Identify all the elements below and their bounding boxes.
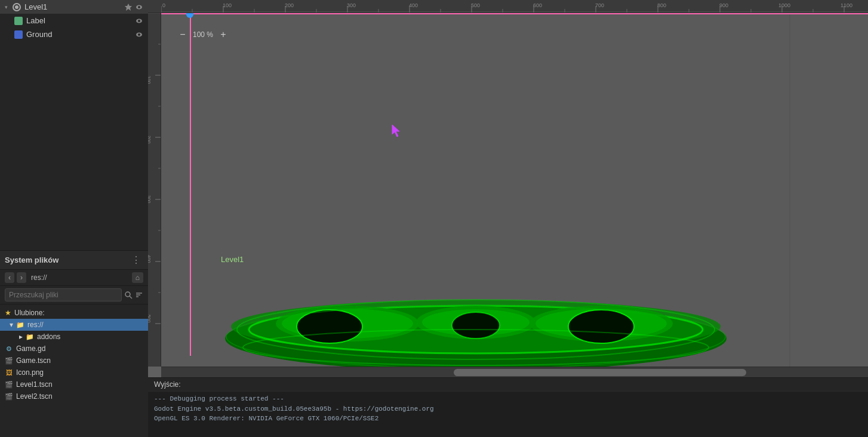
output-line-3: OpenGL ES 3.0 Renderer: NVIDIA GeForce G… [154, 414, 862, 424]
svg-line-7 [130, 296, 132, 298]
mouse-cursor [391, 124, 403, 138]
playhead-dot[interactable] [186, 13, 193, 18]
playhead-line [190, 13, 191, 356]
collapse-arrow-addons: ▸ [19, 333, 23, 341]
node-icon-label [14, 17, 23, 25]
node-icon-ground [14, 30, 23, 39]
zoom-controls: − 100 % + [177, 29, 229, 41]
fs-path-label: res:// [29, 273, 130, 282]
fs-label-icon-png: Icon.png [16, 368, 44, 377]
svg-marker-81 [392, 125, 399, 137]
svg-text:100: 100 [223, 2, 232, 8]
svg-text:400: 400 [409, 2, 418, 8]
filesystem-title: System plików [5, 256, 59, 264]
ruler-top: 0 100 200 300 400 500 600 [148, 0, 868, 13]
node-icon-level1 [13, 3, 21, 11]
image-icon-icon-png: 🖼 [5, 369, 13, 376]
output-line-2: Godot Engine v3.5.beta.custom_build.05ee… [154, 404, 862, 414]
ruler-left: 100 200 300 400 500 [148, 13, 161, 367]
svg-text:700: 700 [595, 2, 604, 8]
svg-point-3 [138, 20, 140, 22]
fs-item-icon-png[interactable]: 🖼 Icon.png [0, 367, 148, 378]
viewport-scrollbar-h[interactable] [161, 367, 868, 377]
output-line-1: --- Debugging process started --- [154, 394, 862, 404]
fs-item-res[interactable]: ▾ 📁 res:// [0, 319, 148, 331]
tree-label-level1: Level1 [24, 2, 121, 11]
svg-text:500: 500 [148, 315, 152, 323]
expand-arrow-level1[interactable]: ▾ [5, 4, 8, 10]
zoom-in-btn[interactable]: + [217, 29, 229, 41]
game-object [216, 288, 735, 367]
svg-text:800: 800 [657, 2, 666, 8]
zoom-out-btn[interactable]: − [177, 29, 189, 41]
fs-label-level1-tscn: Level1.tscn [16, 380, 53, 389]
nav-back-btn[interactable]: ‹ [5, 272, 14, 283]
search-icon [124, 291, 133, 299]
folder-icon-res: 📁 [16, 321, 24, 329]
tree-actions-level1 [124, 3, 143, 11]
eye-icon-label[interactable] [135, 17, 143, 25]
filesystem-menu-btn[interactable]: ⋮ [129, 254, 143, 266]
right-border-line [789, 13, 790, 367]
output-header: Wyjście: [148, 378, 868, 392]
svg-text:1100: 1100 [841, 2, 852, 8]
tree-actions-label [135, 17, 143, 25]
output-title: Wyjście: [154, 380, 181, 389]
fs-label-game-tscn: Game.tscn [16, 356, 51, 365]
ground-svg [216, 288, 735, 367]
svg-text:900: 900 [719, 2, 728, 8]
scrollbar-thumb-h[interactable] [454, 369, 746, 376]
tree-item-level1[interactable]: ▾ Level1 [0, 0, 148, 14]
collapse-arrow-res: ▾ [10, 321, 13, 329]
pin-icon-level1 [124, 3, 133, 11]
right-area: 0 100 200 300 400 500 600 [148, 0, 868, 437]
fs-item-game-tscn[interactable]: 🎬 Game.tscn [0, 355, 148, 367]
filesystem-header: System plików ⋮ [0, 251, 148, 270]
fs-item-level2-tscn[interactable]: 🎬 Level2.tscn [0, 390, 148, 402]
fs-item-game-gd[interactable]: ⚙ Game.gd [0, 343, 148, 355]
viewport-level-label: Level1 [221, 255, 244, 264]
timeline-line [161, 13, 868, 14]
svg-text:300: 300 [148, 195, 152, 204]
fs-search-bar [0, 286, 148, 304]
svg-text:200: 200 [285, 2, 294, 8]
viewport-content[interactable]: − 100 % + Level1 [161, 13, 868, 367]
svg-text:300: 300 [347, 2, 356, 8]
tree-actions-ground [135, 30, 143, 39]
nav-home-btn[interactable]: ⌂ [132, 272, 143, 283]
scene-icon-level2: 🎬 [5, 393, 13, 401]
favorites-text: Ulubione: [14, 309, 45, 317]
fs-tree: ★ Ulubione: ▾ 📁 res:// ▸ 📁 addons ⚙ Game… [0, 304, 148, 437]
eye-icon-ground[interactable] [135, 30, 143, 39]
svg-text:400: 400 [148, 255, 152, 263]
fs-search-input[interactable] [5, 288, 122, 301]
svg-point-6 [125, 292, 130, 297]
tree-item-ground[interactable]: Ground [0, 27, 148, 41]
fs-nav-bar: ‹ › res:// ⌂ [0, 270, 148, 286]
filesystem-panel: System plików ⋮ ‹ › res:// ⌂ ★ [0, 251, 148, 437]
fs-item-level1-tscn[interactable]: 🎬 Level1.tscn [0, 378, 148, 390]
nav-forward-btn[interactable]: › [17, 272, 26, 283]
svg-text:200: 200 [148, 136, 152, 144]
folder-icon-addons: 📁 [26, 333, 34, 341]
svg-text:500: 500 [471, 2, 480, 8]
tree-label-label: Label [26, 16, 131, 25]
sort-icon[interactable] [135, 291, 143, 299]
svg-point-5 [138, 33, 140, 36]
scene-tree: ▾ Level1 Label [0, 0, 148, 251]
viewport-area[interactable]: 0 100 200 300 400 500 600 [148, 0, 868, 377]
tree-label-ground: Ground [26, 30, 131, 39]
fs-item-addons[interactable]: ▸ 📁 addons [0, 331, 148, 343]
svg-text:0: 0 [162, 2, 165, 8]
svg-text:100: 100 [148, 76, 152, 84]
eye-icon-level1[interactable] [135, 3, 143, 11]
fs-label-res: res:// [27, 321, 44, 329]
fs-label-game-gd: Game.gd [16, 344, 45, 353]
left-panel: ▾ Level1 Label [0, 0, 148, 437]
fs-label-level2-tscn: Level2.tscn [16, 392, 53, 401]
output-panel: Wyjście: --- Debugging process started -… [148, 377, 868, 437]
scene-icon-level1: 🎬 [5, 381, 13, 389]
fs-favorites-label: ★ Ulubione: [0, 307, 148, 319]
tree-item-label[interactable]: Label [0, 14, 148, 27]
fs-label-addons: addons [37, 333, 60, 341]
